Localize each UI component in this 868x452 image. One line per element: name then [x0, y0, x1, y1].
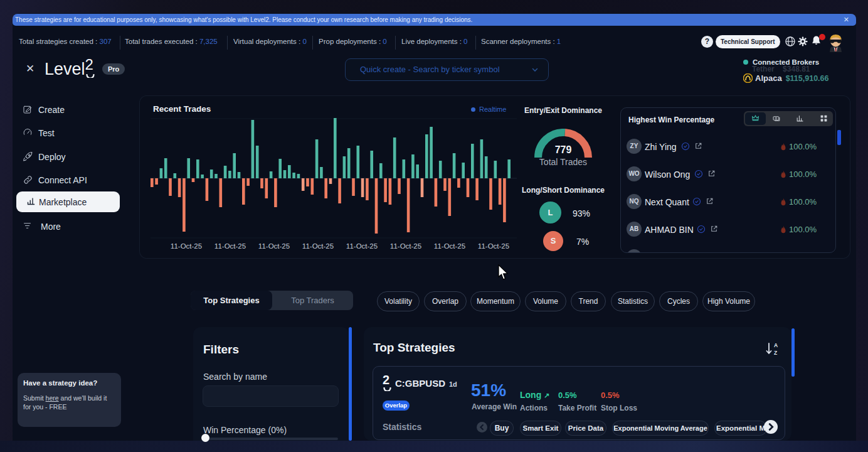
svg-text:Z: Z [774, 350, 777, 356]
svg-text:A: A [774, 342, 778, 348]
